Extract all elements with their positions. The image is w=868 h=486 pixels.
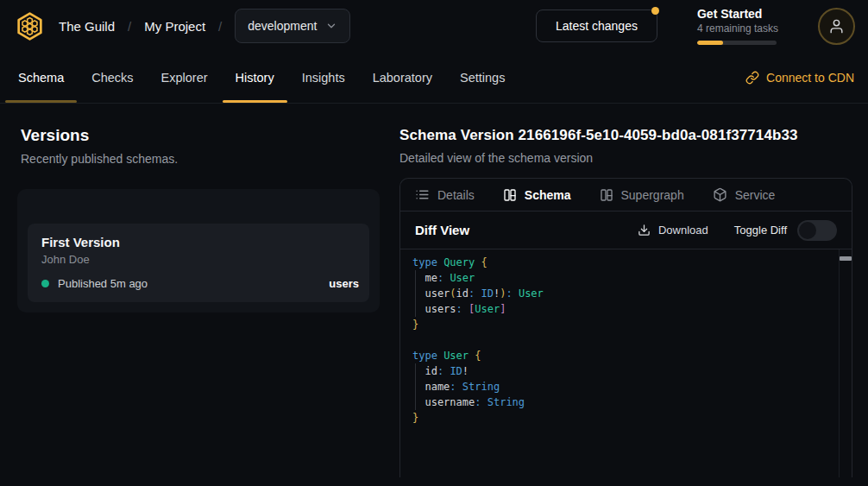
- version-detail-title: Schema Version 2166196f-5e10-4059-bd0a-0…: [399, 127, 852, 144]
- tab-schema[interactable]: Schema: [4, 52, 78, 103]
- versions-panel: Versions Recently published schemas. Fir…: [0, 104, 393, 486]
- version-detail-subtitle: Detailed view of the schema version: [399, 151, 852, 165]
- tab-underline: [5, 100, 77, 103]
- code-line: }: [412, 410, 827, 426]
- versions-subtitle: Recently published schemas.: [21, 152, 380, 166]
- breadcrumb-separator: /: [218, 19, 222, 34]
- tab-explorer[interactable]: Explorer: [148, 52, 222, 103]
- detail-tab-label: Details: [437, 188, 475, 202]
- breadcrumb-separator: /: [128, 19, 131, 34]
- tab-label: History: [236, 71, 274, 85]
- code-line: name: String: [412, 379, 827, 394]
- version-name: First Version: [41, 235, 359, 249]
- user-icon: [828, 18, 845, 35]
- chevron-down-icon: [325, 20, 337, 32]
- top-header: The Guild / My Project / development Lat…: [0, 0, 868, 52]
- published-status-dot: [41, 280, 49, 287]
- switch-knob: [799, 222, 816, 239]
- version-author: John Doe: [41, 253, 359, 266]
- version-detail-panel: Schema Version 2166196f-5e10-4059-bd0a-0…: [393, 104, 868, 486]
- connect-to-cdn-link[interactable]: Connect to CDN: [745, 71, 854, 85]
- user-menu-button[interactable]: [818, 8, 855, 45]
- get-started-progress-track: [697, 41, 777, 45]
- latest-changes-button[interactable]: Latest changes: [536, 9, 657, 42]
- detail-tab-service[interactable]: Service: [713, 187, 776, 202]
- download-label: Download: [658, 224, 708, 237]
- detail-tab-label: Service: [735, 188, 776, 202]
- breadcrumb-org[interactable]: The Guild: [59, 19, 115, 34]
- scrollbar-track: [839, 249, 840, 477]
- download-button[interactable]: Download: [638, 224, 708, 237]
- header-right-group: Latest changes Get Started 4 remaining t…: [536, 7, 855, 45]
- versions-title: Versions: [21, 126, 380, 145]
- schema-view-panel: Details Schema: [399, 178, 852, 477]
- tab-history[interactable]: History: [222, 52, 288, 103]
- tab-settings[interactable]: Settings: [446, 52, 519, 103]
- code-line: [412, 332, 827, 348]
- version-meta-row: Published 5m ago users: [41, 277, 359, 290]
- indent-guide: [415, 363, 416, 410]
- link-icon: [745, 71, 759, 85]
- cube-icon: [713, 187, 727, 202]
- get-started-subtitle: 4 remaining tasks: [697, 22, 778, 35]
- diff-actions: Download Toggle Diff: [638, 220, 837, 241]
- code-line: user(id: ID!): User: [412, 286, 827, 301]
- tab-underline: [223, 100, 287, 103]
- schema-code-viewer[interactable]: type Query { me: User user(id: ID!): Use…: [400, 249, 852, 477]
- code-line: users: [User]: [412, 301, 827, 317]
- code-line: username: String: [412, 394, 827, 410]
- download-icon: [638, 224, 651, 237]
- code-line: }: [412, 317, 827, 332]
- main-content: Versions Recently published schemas. Fir…: [0, 104, 868, 486]
- tab-label: Checks: [91, 71, 133, 85]
- detail-tab-bar: Details Schema: [400, 179, 852, 211]
- tab-label: Laboratory: [373, 71, 432, 85]
- main-nav: Schema Checks Explorer History Insights …: [0, 52, 868, 104]
- target-select-value: development: [248, 19, 317, 33]
- tab-label: Insights: [302, 71, 345, 85]
- hive-logo-icon[interactable]: [14, 10, 46, 42]
- detail-tab-label: Schema: [525, 188, 571, 202]
- version-status: Published 5m ago: [58, 277, 148, 290]
- toggle-diff-label: Toggle Diff: [734, 224, 787, 237]
- scrollbar-thumb[interactable]: [840, 256, 852, 261]
- code-line: me: User: [412, 270, 827, 286]
- breadcrumb-project[interactable]: My Project: [144, 19, 205, 34]
- code-line: id: ID!: [412, 363, 827, 379]
- notification-dot: [651, 7, 659, 15]
- tab-insights[interactable]: Insights: [288, 52, 359, 103]
- detail-tab-schema[interactable]: Schema: [503, 188, 571, 202]
- detail-tab-label: Supergraph: [621, 188, 684, 202]
- columns-icon: [503, 188, 517, 202]
- get-started-widget[interactable]: Get Started 4 remaining tasks: [697, 7, 778, 45]
- version-list-item[interactable]: First Version John Doe Published 5m ago …: [28, 224, 369, 302]
- indent-guide: [415, 270, 416, 317]
- target-select[interactable]: development: [235, 9, 350, 43]
- diff-view-bar: Diff View Download Toggle Diff: [400, 211, 852, 249]
- tab-label: Settings: [460, 71, 505, 85]
- tab-label: Schema: [18, 71, 64, 85]
- diff-view-title: Diff View: [415, 223, 469, 237]
- toggle-diff-group: Toggle Diff: [734, 220, 837, 241]
- detail-tab-details[interactable]: Details: [415, 187, 475, 202]
- progress-fill: [697, 41, 723, 45]
- tab-laboratory[interactable]: Laboratory: [359, 52, 446, 103]
- tab-label: Explorer: [161, 71, 208, 85]
- get-started-title: Get Started: [697, 7, 778, 21]
- version-service-badge: users: [329, 277, 359, 290]
- code-block: type Query { me: User user(id: ID!): Use…: [412, 255, 827, 426]
- list-icon: [415, 187, 430, 202]
- toggle-diff-switch[interactable]: [797, 220, 837, 241]
- versions-list-card: First Version John Doe Published 5m ago …: [17, 189, 380, 312]
- connect-to-cdn-label: Connect to CDN: [766, 71, 854, 85]
- columns-icon: [600, 188, 613, 202]
- code-line: type Query {: [412, 255, 827, 270]
- detail-tab-supergraph[interactable]: Supergraph: [600, 188, 684, 202]
- latest-changes-label: Latest changes: [556, 19, 638, 33]
- code-line: type User {: [412, 348, 827, 363]
- tab-checks[interactable]: Checks: [78, 52, 147, 103]
